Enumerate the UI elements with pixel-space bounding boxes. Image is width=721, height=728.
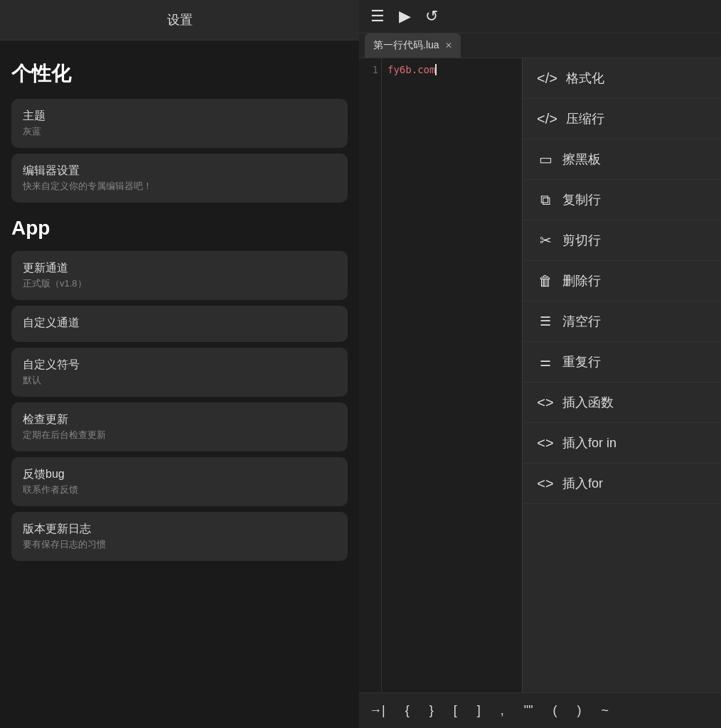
menu-item-repeat-line[interactable]: ⚌ 重复行 <box>523 342 721 382</box>
custom-symbol-title: 自定义符号 <box>23 358 336 373</box>
editor-tab[interactable]: 第一行代码.lua ✕ <box>365 33 461 58</box>
tab-name: 第一行代码.lua <box>373 39 439 52</box>
settings-content: 个性化 主题 灰蓝 编辑器设置 快来自定义你的专属编辑器吧！ App 更新通道 … <box>0 41 359 581</box>
open-bracket-button[interactable]: [ <box>449 700 461 721</box>
menu-item-insert-function[interactable]: <> 插入函数 <box>523 382 721 423</box>
clear-line-label: 清空行 <box>562 313 601 330</box>
update-channel-subtitle: 正式版（v1.8） <box>23 277 336 290</box>
insert-for-in-label: 插入for in <box>562 434 616 451</box>
compress-icon: </> <box>537 111 557 127</box>
settings-panel: 设置 个性化 主题 灰蓝 编辑器设置 快来自定义你的专属编辑器吧！ App 更新… <box>0 0 359 728</box>
context-menu: </> 格式化 </> 压缩行 ▭ 擦黑板 ⧉ 复制行 ✂ 剪切行 🗑 删除行 <box>522 58 721 692</box>
close-paren-button[interactable]: ) <box>573 700 586 721</box>
format-label: 格式化 <box>566 70 604 87</box>
line-numbers: 1 <box>359 58 382 692</box>
cut-line-label: 剪切行 <box>562 232 601 249</box>
line-number-1: 1 <box>362 64 378 75</box>
personalization-title: 个性化 <box>11 60 348 87</box>
undo-icon[interactable]: ↺ <box>425 7 438 26</box>
custom-channel-title: 自定义通道 <box>23 316 336 331</box>
theme-item[interactable]: 主题 灰蓝 <box>11 99 348 148</box>
menu-item-copy-line[interactable]: ⧉ 复制行 <box>523 180 721 220</box>
changelog-subtitle: 要有保存日志的习惯 <box>23 538 336 551</box>
delete-line-icon: 🗑 <box>537 273 554 289</box>
play-icon[interactable]: ▶ <box>399 7 411 26</box>
clear-line-icon: ☰ <box>537 314 554 329</box>
insert-for-icon: <> <box>537 476 554 492</box>
check-update-subtitle: 定期在后台检查更新 <box>23 429 336 441</box>
theme-subtitle: 灰蓝 <box>23 125 336 138</box>
menu-icon[interactable]: ☰ <box>370 7 385 26</box>
menu-item-insert-for-in[interactable]: <> 插入for in <box>523 423 721 464</box>
changelog-item[interactable]: 版本更新日志 要有保存日志的习惯 <box>11 512 348 561</box>
clear-board-icon: ▭ <box>537 151 554 168</box>
repeat-line-label: 重复行 <box>562 353 601 370</box>
update-channel-item[interactable]: 更新通道 正式版（v1.8） <box>11 251 348 300</box>
editor-bottom-bar: →| { } [ ] , "" ( ) ~ <box>359 692 721 728</box>
open-brace-button[interactable]: { <box>401 700 414 721</box>
feedback-item[interactable]: 反馈bug 联系作者反馈 <box>11 457 348 506</box>
editor-settings-title: 编辑器设置 <box>23 164 336 178</box>
code-text: fy6b.com <box>388 64 435 75</box>
editor-toolbar: ☰ ▶ ↺ <box>359 0 721 33</box>
copy-line-label: 复制行 <box>562 191 601 208</box>
insert-for-in-icon: <> <box>537 435 554 451</box>
check-update-item[interactable]: 检查更新 定期在后台检查更新 <box>11 402 348 451</box>
menu-item-clear-board[interactable]: ▭ 擦黑板 <box>523 139 721 180</box>
delete-line-label: 删除行 <box>562 272 601 289</box>
app-title: App <box>11 217 348 240</box>
settings-header: 设置 <box>0 0 359 41</box>
theme-title: 主题 <box>23 109 336 124</box>
tilde-button[interactable]: ~ <box>597 700 614 721</box>
insert-function-label: 插入函数 <box>562 394 614 411</box>
cut-line-icon: ✂ <box>537 232 554 249</box>
repeat-line-icon: ⚌ <box>537 354 554 370</box>
quotes-button[interactable]: "" <box>520 700 538 721</box>
editor-panel: ☰ ▶ ↺ 第一行代码.lua ✕ 1 fy6b.com </> 格式化 </>… <box>359 0 721 728</box>
insert-for-label: 插入for <box>562 475 603 492</box>
update-channel-title: 更新通道 <box>23 261 336 276</box>
clear-board-label: 擦黑板 <box>562 151 601 168</box>
insert-function-icon: <> <box>537 395 554 411</box>
compress-label: 压缩行 <box>566 110 604 127</box>
editor-settings-item[interactable]: 编辑器设置 快来自定义你的专属编辑器吧！ <box>11 154 348 203</box>
settings-title: 设置 <box>167 13 193 27</box>
close-brace-button[interactable]: } <box>425 700 438 721</box>
editor-settings-subtitle: 快来自定义你的专属编辑器吧！ <box>23 180 336 193</box>
custom-channel-item[interactable]: 自定义通道 <box>11 306 348 342</box>
check-update-title: 检查更新 <box>23 412 336 427</box>
menu-item-format[interactable]: </> 格式化 <box>523 58 721 99</box>
tab-button[interactable]: →| <box>365 700 390 721</box>
close-bracket-button[interactable]: ] <box>473 700 485 721</box>
editor-main: 1 fy6b.com </> 格式化 </> 压缩行 ▭ 擦黑板 ⧉ 复制行 <box>359 58 721 692</box>
menu-item-clear-line[interactable]: ☰ 清空行 <box>523 301 721 342</box>
changelog-title: 版本更新日志 <box>23 522 336 537</box>
feedback-title: 反馈bug <box>23 467 336 482</box>
text-cursor <box>435 64 437 75</box>
menu-item-insert-for[interactable]: <> 插入for <box>523 464 721 504</box>
copy-line-icon: ⧉ <box>537 192 554 208</box>
menu-item-delete-line[interactable]: 🗑 删除行 <box>523 261 721 301</box>
comma-button[interactable]: , <box>496 700 508 721</box>
tab-close-button[interactable]: ✕ <box>445 41 452 50</box>
feedback-subtitle: 联系作者反馈 <box>23 483 336 496</box>
menu-item-cut-line[interactable]: ✂ 剪切行 <box>523 220 721 261</box>
format-icon: </> <box>537 70 557 87</box>
editor-tabs: 第一行代码.lua ✕ <box>359 33 721 58</box>
open-paren-button[interactable]: ( <box>549 700 562 721</box>
custom-symbol-subtitle: 默认 <box>23 374 336 387</box>
custom-symbol-item[interactable]: 自定义符号 默认 <box>11 348 348 397</box>
menu-item-compress[interactable]: </> 压缩行 <box>523 99 721 139</box>
